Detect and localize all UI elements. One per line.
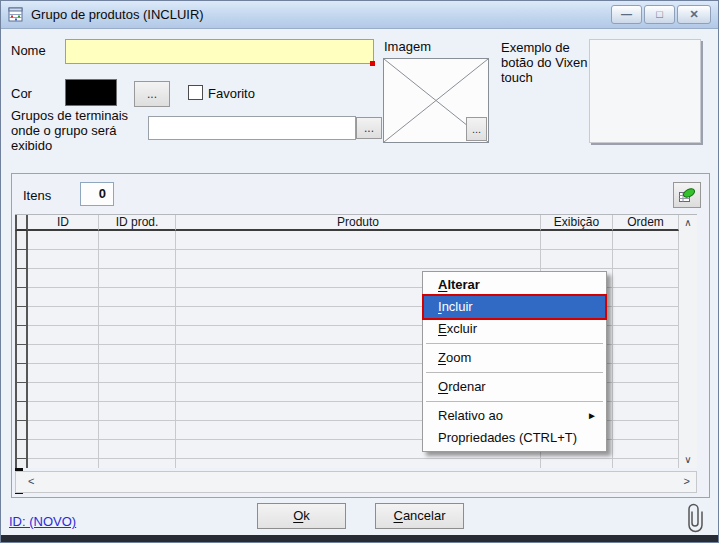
table-row[interactable] (15, 231, 679, 250)
row-selector[interactable] (15, 288, 28, 307)
table-cell[interactable] (28, 307, 99, 326)
nome-input[interactable] (65, 39, 374, 64)
table-cell[interactable] (99, 440, 176, 459)
table-cell[interactable] (613, 326, 679, 345)
table-cell[interactable] (28, 250, 99, 269)
imagem-placeholder[interactable]: ... (383, 58, 489, 143)
maximize-button[interactable]: □ (644, 5, 675, 24)
table-cell[interactable] (28, 269, 99, 288)
menu-item-label: Alterar (438, 277, 480, 292)
table-cell[interactable] (541, 459, 613, 468)
table-cell[interactable] (613, 440, 679, 459)
table-cell[interactable] (613, 421, 679, 440)
scroll-down-icon[interactable]: ∨ (679, 452, 697, 468)
grupos-input[interactable] (148, 116, 356, 140)
scroll-left-icon[interactable]: < (28, 475, 34, 487)
table-cell[interactable] (99, 326, 176, 345)
row-selector[interactable] (15, 402, 28, 421)
scroll-right-icon[interactable]: > (684, 475, 690, 487)
cancel-button[interactable]: Cancelar (375, 503, 464, 529)
table-row[interactable] (15, 459, 679, 468)
table-cell[interactable] (28, 364, 99, 383)
table-cell[interactable] (613, 345, 679, 364)
table-cell[interactable] (541, 231, 613, 250)
table-cell[interactable] (99, 402, 176, 421)
row-selector[interactable] (15, 421, 28, 440)
table-cell[interactable] (613, 364, 679, 383)
row-selector[interactable] (15, 231, 28, 250)
minimize-icon: — (621, 9, 632, 20)
table-cell[interactable] (99, 269, 176, 288)
row-selector[interactable] (15, 250, 28, 269)
table-cell[interactable] (99, 345, 176, 364)
column-header-id-prod[interactable]: ID prod. (99, 215, 176, 231)
horizontal-scrollbar[interactable]: < > (15, 471, 697, 493)
close-button[interactable]: ✕ (677, 5, 711, 24)
table-cell[interactable] (541, 250, 613, 269)
dialog-window: Grupo de produtos (INCLUIR) — □ ✕ Nome I… (0, 0, 719, 543)
table-cell[interactable] (176, 231, 541, 250)
row-selector[interactable] (15, 440, 28, 459)
row-selector[interactable] (15, 307, 28, 326)
table-cell[interactable] (28, 421, 99, 440)
table-cell[interactable] (176, 250, 541, 269)
column-header-ordem[interactable]: Ordem (613, 215, 679, 231)
table-cell[interactable] (99, 231, 176, 250)
table-cell[interactable] (28, 326, 99, 345)
menu-item-excluir[interactable]: Excluir (423, 318, 606, 340)
menu-item-incluir[interactable]: Incluir (423, 296, 606, 318)
grupos-browse-button[interactable]: ... (356, 117, 382, 139)
required-dot (370, 61, 375, 66)
row-selector[interactable] (15, 326, 28, 345)
cor-swatch[interactable] (65, 79, 117, 106)
menu-item-propriedades-ctrl-t[interactable]: Propriedades (CTRL+T) (423, 427, 606, 449)
table-cell[interactable] (28, 402, 99, 421)
export-button[interactable] (673, 182, 701, 208)
row-selector[interactable] (15, 383, 28, 402)
menu-item-relativo-ao[interactable]: Relativo ao► (423, 405, 606, 427)
table-cell[interactable] (613, 250, 679, 269)
table-cell[interactable] (613, 288, 679, 307)
table-cell[interactable] (613, 269, 679, 288)
column-header-exibi-o[interactable]: Exibição (541, 215, 613, 231)
row-selector[interactable] (15, 269, 28, 288)
table-cell[interactable] (99, 250, 176, 269)
row-selector[interactable] (15, 364, 28, 383)
table-cell[interactable] (99, 421, 176, 440)
imagem-browse-button[interactable]: ... (466, 117, 487, 141)
menu-item-alterar[interactable]: Alterar (423, 274, 606, 296)
table-cell[interactable] (613, 383, 679, 402)
table-cell[interactable] (613, 307, 679, 326)
menu-separator (426, 401, 603, 402)
table-cell[interactable] (613, 231, 679, 250)
table-cell[interactable] (176, 459, 541, 468)
ok-button[interactable]: Ok (257, 503, 346, 529)
table-cell[interactable] (99, 364, 176, 383)
table-cell[interactable] (99, 288, 176, 307)
table-cell[interactable] (28, 383, 99, 402)
row-selector[interactable] (15, 345, 28, 364)
id-novo-link[interactable]: ID: (NOVO) (9, 514, 76, 529)
table-cell[interactable] (28, 288, 99, 307)
cor-browse-button[interactable]: ... (134, 81, 170, 107)
favorito-checkbox[interactable] (188, 85, 203, 100)
row-selector[interactable] (15, 459, 28, 468)
table-cell[interactable] (99, 383, 176, 402)
table-row[interactable] (15, 250, 679, 269)
minimize-button[interactable]: — (611, 5, 642, 24)
table-cell[interactable] (99, 307, 176, 326)
table-cell[interactable] (613, 402, 679, 421)
menu-item-zoom[interactable]: Zoom (423, 347, 606, 369)
menu-item-ordenar[interactable]: Ordenar (423, 376, 606, 398)
menu-separator (426, 343, 603, 344)
column-header-produto[interactable]: Produto (176, 215, 541, 231)
table-cell[interactable] (99, 459, 176, 468)
column-header-id[interactable]: ID (28, 215, 99, 231)
table-cell[interactable] (28, 459, 99, 468)
table-cell[interactable] (28, 231, 99, 250)
table-cell[interactable] (613, 459, 679, 468)
table-cell[interactable] (28, 345, 99, 364)
table-cell[interactable] (28, 440, 99, 459)
vertical-scrollbar[interactable]: ∧ ∨ (679, 214, 697, 468)
scroll-up-icon[interactable]: ∧ (679, 215, 697, 231)
